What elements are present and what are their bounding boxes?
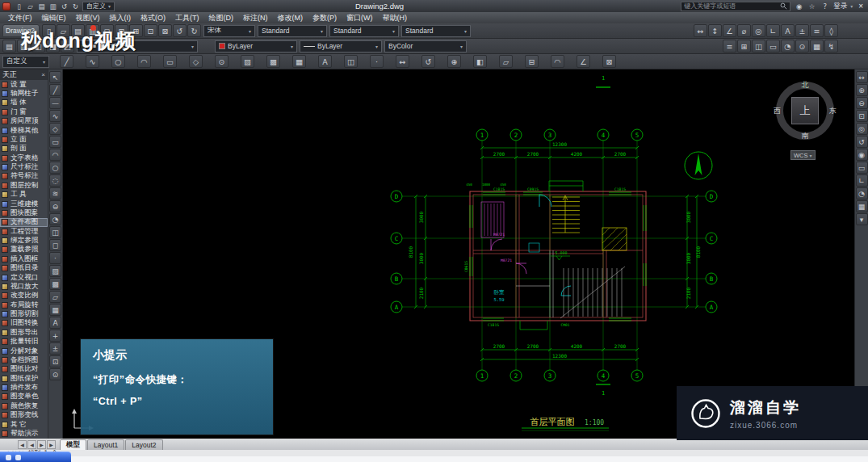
trim-icon[interactable]: ⊟ [525,55,539,68]
tolerance-icon[interactable]: ± [795,24,809,37]
tab-layout2[interactable]: Layout2 [125,439,162,450]
insert-block-icon[interactable]: ◫ [49,226,61,238]
command-history[interactable]: erase 找到 1 个 [0,450,868,456]
named-views-icon[interactable]: ◔ [856,187,868,200]
select-icon[interactable]: ↖ [49,71,61,83]
palette-item[interactable]: 定义视口 [0,273,48,282]
dim-linear-icon[interactable]: ↔ [694,24,707,37]
palette-item[interactable]: 分解对象 [0,346,48,355]
zoom-window-icon[interactable]: ⊡ [856,110,868,122]
palette-item[interactable]: 图纸比对 [0,365,48,374]
rectangle-icon[interactable]: ▭ [766,40,780,52]
qat-customize-combo[interactable]: 自定义 ▾ [82,2,115,11]
menu-item[interactable]: 参数(P) [308,12,342,23]
orbit-icon[interactable]: ↺ [856,136,868,148]
paste-icon[interactable]: ⊡ [144,24,157,37]
help-icon[interactable]: ? [820,1,830,11]
dim-aligned-icon[interactable]: ↕ [708,24,722,37]
command-prompt[interactable]: 命令: [0,456,868,462]
menu-item[interactable]: 插入(I) [105,12,136,23]
erase-icon[interactable]: ⊠ [602,55,616,68]
palette-item[interactable]: 布局旋转 [0,300,48,309]
menu-item[interactable]: 窗口(W) [342,12,378,23]
palette-item[interactable]: 立 面 [0,135,48,144]
layer-properties-icon[interactable]: ▤ [2,40,16,52]
table-icon[interactable]: ▦ [49,304,61,316]
palette-item[interactable]: 绑定参照 [0,236,48,245]
app-logo-icon[interactable] [2,2,10,10]
compass-east[interactable]: 东 [829,106,837,116]
palette-item[interactable]: 图纸保护 [0,374,48,383]
save-icon[interactable]: ▤ [36,1,47,11]
polygon-icon[interactable]: ◇ [189,55,203,68]
measure-tool-icon[interactable]: ⊡ [49,355,61,368]
compass-north[interactable]: 北 [802,80,809,90]
undo-icon[interactable]: ↺ [173,24,187,37]
arc-icon[interactable]: ◠ [49,149,61,161]
communication-center-icon[interactable]: ◉ [794,1,804,11]
palette-item[interactable]: 文字表格 [0,153,48,162]
rectangle-icon[interactable]: ▭ [49,136,61,148]
arc-icon[interactable]: ◔ [781,40,795,52]
circle-icon[interactable]: ○ [111,55,125,68]
polyline-icon[interactable]: ∿ [49,110,61,122]
palette-item[interactable]: 图层控制 [0,181,48,190]
ucs-tool-icon[interactable]: ∟ [856,174,868,187]
text-style-icon[interactable]: A [781,24,795,37]
quick-select-icon[interactable]: ↯ [824,40,838,52]
palette-item[interactable]: 改变比例 [0,292,48,300]
hatch-icon[interactable]: ▦ [810,40,824,52]
rotate-icon[interactable]: ↺ [421,55,435,68]
measure-icon[interactable]: ⊞ [737,40,751,52]
close-button[interactable]: × [856,2,866,10]
menu-item[interactable]: 文件(F) [3,12,37,23]
last-tab-icon[interactable]: ▶ [47,440,56,449]
palette-item[interactable]: 房间屋顶 [0,117,48,126]
font-combo[interactable]: 宋体▾ [203,25,255,37]
table-style-combo[interactable]: Standard▾ [401,25,471,37]
palette-item[interactable]: 墙 体 [0,99,48,107]
palette-item[interactable]: 备档拆图 [0,355,48,364]
palette-item[interactable]: 视口放大 [0,282,48,291]
steering-wheel-icon[interactable]: ◉ [856,149,868,161]
palette-item[interactable]: 门 窗 [0,107,48,116]
ellipse-icon[interactable]: ⊙ [215,55,229,68]
palette-item[interactable]: 工 具 [0,191,48,200]
show-motion-icon[interactable]: ▭ [856,162,868,174]
menu-item[interactable]: 帮助(H) [378,12,413,23]
match-properties-icon[interactable]: ⊠ [158,24,172,37]
ellipse-icon[interactable]: ⊖ [49,200,61,212]
line-icon[interactable]: ╱ [49,84,61,96]
circle-icon[interactable]: ○ [49,162,61,174]
palette-item[interactable]: 帮助演示 [0,429,48,438]
palette-close-icon[interactable]: × [41,71,45,78]
open-file-icon[interactable]: ▱ [25,1,36,11]
palette-item[interactable]: 符号标注 [0,172,48,181]
menu-item[interactable]: 格式(O) [136,12,170,23]
favorites-icon[interactable]: ☆ [807,1,817,11]
dim-angular-icon[interactable]: ∠ [723,24,736,37]
menu-item[interactable]: 视图(V) [71,12,105,23]
grid-icon[interactable]: ▦ [856,200,868,212]
prev-tab-icon[interactable]: ◀ [27,440,36,449]
dim-diameter-icon[interactable]: ⌀ [737,24,751,37]
compass-west[interactable]: 西 [774,106,781,116]
palette-item[interactable]: 其 它 [0,420,48,429]
hatch-icon[interactable]: ▨ [241,55,254,68]
palette-item[interactable]: 尺寸标注 [0,162,48,171]
palette-item[interactable]: 图纸目录 [0,264,48,273]
offset-icon[interactable]: ▱ [499,55,513,68]
scale-icon[interactable]: ⊕ [447,55,461,68]
dim-baseline-icon[interactable]: ≡ [810,24,824,37]
palette-item[interactable]: 图形导出 [0,328,48,337]
palette-item[interactable]: 楼梯其他 [0,126,48,135]
hatch-icon[interactable]: ▨ [49,265,61,277]
zoom-in-icon[interactable]: ⊕ [856,84,868,96]
search-input[interactable]: 键入关键字或短语 [681,2,790,11]
make-block-icon[interactable]: ◻ [49,239,61,251]
search-icon[interactable] [780,2,787,10]
insert-block-icon[interactable]: ◫ [344,55,358,68]
tab-model[interactable]: 模型 [60,439,86,450]
text-style-combo[interactable]: Standard▾ [258,25,327,37]
view-compass[interactable]: 上 北 南 东 西 [776,82,834,140]
